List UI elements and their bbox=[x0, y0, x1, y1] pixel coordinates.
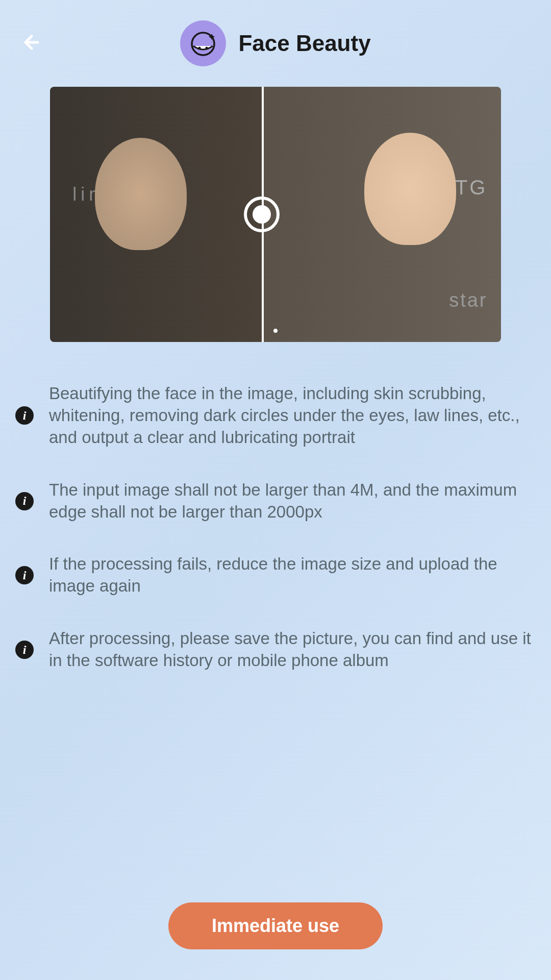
arrow-left-icon bbox=[20, 30, 45, 55]
info-icon: i bbox=[15, 641, 34, 659]
info-item: i Beautifying the face in the image, inc… bbox=[15, 383, 536, 449]
info-item: i The input image shall not be larger th… bbox=[15, 479, 536, 523]
after-face bbox=[364, 133, 456, 245]
title-container: Face Beauty bbox=[180, 20, 370, 66]
info-text: Beautifying the face in the image, inclu… bbox=[49, 383, 536, 449]
comparison-slider-handle[interactable] bbox=[244, 197, 280, 232]
info-item: i If the processing fails, reduce the im… bbox=[15, 553, 536, 597]
info-icon: i bbox=[15, 566, 34, 584]
back-button[interactable] bbox=[20, 30, 45, 57]
info-item: i After processing, please save the pict… bbox=[15, 628, 536, 672]
info-text: If the processing fails, reduce the imag… bbox=[49, 553, 536, 597]
info-text: The input image shall not be larger than… bbox=[49, 479, 536, 523]
face-beauty-icon bbox=[180, 20, 226, 66]
info-icon: i bbox=[15, 492, 34, 510]
bg-watermark-right-2: star bbox=[449, 289, 487, 311]
immediate-use-button[interactable]: Immediate use bbox=[168, 902, 383, 949]
info-text: After processing, please save the pictur… bbox=[49, 628, 536, 672]
slider-dot-icon bbox=[253, 205, 271, 224]
info-icon: i bbox=[15, 406, 34, 425]
header: Face Beauty bbox=[0, 0, 551, 77]
comparison-preview: lin RSTG star bbox=[50, 87, 501, 342]
pagination-dot bbox=[273, 329, 278, 333]
svg-point-1 bbox=[198, 47, 201, 50]
svg-point-2 bbox=[206, 47, 208, 50]
before-face bbox=[95, 138, 187, 250]
page-title: Face Beauty bbox=[238, 31, 370, 56]
info-list: i Beautifying the face in the image, inc… bbox=[0, 362, 551, 672]
